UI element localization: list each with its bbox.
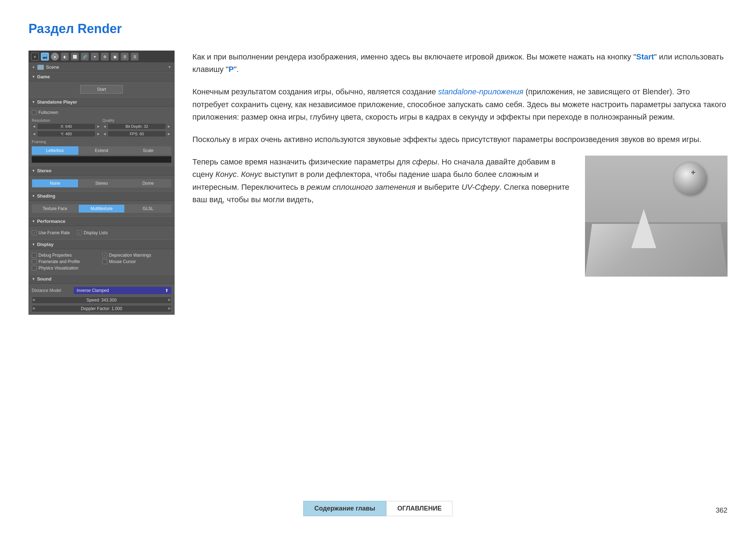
fps-inc-btn[interactable]: ▶ [167, 132, 171, 136]
toolbar-icon-physics[interactable]: ⚙ [101, 53, 109, 61]
toolbar-icon-particles[interactable]: ✦ [91, 53, 99, 61]
use-frame-rate-checkbox[interactable]: ✓ [32, 230, 37, 235]
doppler-field[interactable]: ◀ Doppler Factor: 1.000 ▶ [32, 305, 171, 312]
glsl-btn[interactable]: GLSL [125, 204, 171, 213]
fps-value[interactable]: FPS: 60 [108, 131, 166, 137]
para1-key: P [229, 65, 234, 74]
bd-inc-btn[interactable]: ▶ [167, 124, 171, 129]
use-frame-rate-row: ✓ Use Frame Rate [32, 229, 70, 236]
lower-text: Теперь самое время назначить физические … [192, 156, 574, 277]
triangle-sound: ▼ [32, 277, 35, 281]
stereo-none-btn[interactable]: None [32, 179, 78, 188]
scene-label: Scene [46, 64, 59, 70]
x-inc-btn[interactable]: ▶ [96, 124, 101, 129]
resolution-header: Resolution [32, 117, 101, 123]
para4-sep: . [237, 170, 241, 179]
x-dec-btn[interactable]: ◀ [32, 124, 36, 129]
content-area: ≡ 📷 ● ◐ ⬜ 🔗 ✦ ⚙ ▣ ☰ ☰ ✦ Scene ▼ ▼ [29, 51, 727, 315]
toolbar-icon-object[interactable]: ⬜ [71, 53, 79, 61]
fps-dec-btn[interactable]: ◀ [102, 132, 107, 136]
letterbox-btn[interactable]: Letterbox [32, 146, 78, 155]
para4-italic: сферы [412, 157, 437, 166]
texture-face-btn[interactable]: Texture Face [32, 204, 78, 213]
quality-col: Quality ◀ Bit Depth: 32 ▶ ◀ FPS: 60 ▶ [102, 117, 171, 137]
framing-row: Letterbox Extend Scale [32, 146, 171, 155]
para2-link[interactable]: standalone-приложения [438, 87, 523, 96]
fullscreen-label: Fullscreen [38, 110, 58, 115]
multitexture-btn[interactable]: Multitexture [78, 204, 125, 213]
speed-inc[interactable]: ▶ [168, 298, 171, 302]
toolbar-icon-1[interactable]: ≡ [31, 53, 39, 61]
physics-checkbox[interactable] [32, 266, 37, 271]
doppler-dec[interactable]: ◀ [32, 306, 35, 310]
stereo-dome-btn[interactable]: Dome [125, 179, 171, 188]
section-performance-header[interactable]: ▼ Performance [29, 216, 174, 226]
section-game-title: Game [37, 74, 50, 79]
triangle-game: ▼ [32, 75, 35, 79]
y-dec-btn[interactable]: ◀ [32, 132, 36, 136]
debug-checkbox[interactable] [32, 253, 37, 258]
mouse-cursor-checkbox[interactable] [102, 259, 107, 264]
para2-start: Конечным результатом создания игры, обыч… [192, 87, 438, 96]
triangle-display: ▼ [32, 242, 35, 246]
section-shading-title: Shading [37, 193, 55, 199]
display-grid: Debug Properties ✓ Deprecation Warnings … [32, 251, 171, 272]
y-inc-btn[interactable]: ▶ [96, 132, 101, 136]
extend-btn[interactable]: Extend [78, 146, 125, 155]
section-sound-header[interactable]: ▼ Sound [29, 274, 174, 284]
section-standalone-title: Standalone Player [37, 99, 77, 105]
section-game-header[interactable]: ▼ Game [29, 72, 174, 82]
debug-properties-item: Debug Properties [32, 253, 101, 258]
toolbar-icon-world[interactable]: ◐ [61, 53, 69, 61]
toolbar-icon-render[interactable]: ▣ [111, 53, 119, 61]
display-lists-checkbox[interactable]: ✓ [77, 230, 82, 235]
section-stereo-header[interactable]: ▼ Stereo [29, 166, 174, 176]
toolbar-icon-scene[interactable]: ● [51, 53, 59, 61]
speed-dec[interactable]: ◀ [32, 298, 35, 302]
para1-text: Как и при выполнении рендера изображения… [192, 52, 636, 61]
sky-bg [585, 156, 727, 222]
x-value[interactable]: X: 640 [37, 123, 95, 130]
scale-btn[interactable]: Scale [125, 146, 171, 155]
floor-plane [585, 224, 727, 277]
framerate-label: Framerate and Profile [38, 259, 80, 264]
use-frame-rate-label: Use Frame Rate [38, 230, 70, 235]
bit-depth-value[interactable]: Bit Depth: 32 [108, 123, 166, 130]
stereo-stereo-btn[interactable]: Stereo [78, 179, 125, 188]
section-stereo-title: Stereo [37, 168, 51, 173]
fullscreen-checkbox[interactable] [32, 110, 37, 115]
x-field-row: ◀ X: 640 ▶ [32, 123, 101, 130]
index-button[interactable]: ОГЛАВЛЕНИЕ [386, 501, 453, 516]
toolbar-icon-extra1[interactable]: ☰ [121, 53, 129, 61]
framerate-checkbox[interactable] [32, 259, 37, 264]
y-value[interactable]: Y: 480 [37, 131, 95, 137]
bd-dec-btn[interactable]: ◀ [102, 124, 107, 129]
section-game-content: Start [29, 82, 174, 97]
section-standalone-header[interactable]: ▼ Standalone Player [29, 97, 174, 107]
speed-field[interactable]: ◀ Speed: 343.300 ▶ [32, 297, 171, 304]
section-sound-title: Sound [37, 276, 51, 282]
debug-label: Debug Properties [38, 253, 72, 258]
para4-start: Теперь самое время назначить физические … [192, 157, 412, 166]
start-button[interactable]: Start [80, 85, 123, 94]
toolbar-icon-camera[interactable]: 📷 [41, 53, 49, 61]
para4-end2: и выберите [415, 183, 461, 192]
section-shading-header[interactable]: ▼ Shading [29, 191, 174, 201]
section-performance-title: Performance [37, 219, 65, 224]
toolbar-icon-extra2[interactable]: ☰ [131, 53, 139, 61]
contents-button[interactable]: Содержание главы [303, 501, 386, 516]
deprecation-checkbox[interactable]: ✓ [102, 253, 107, 258]
section-shading-content: Texture Face Multitexture GLSL [29, 201, 174, 216]
text-area: Как и при выполнении рендера изображения… [192, 51, 727, 277]
3d-render-image: + [585, 156, 727, 277]
distance-model-dropdown[interactable]: Inverse Clamped ⬆ [74, 287, 171, 294]
scene-row: ✦ Scene ▼ [29, 63, 174, 72]
y-field-row: ◀ Y: 480 ▶ [32, 131, 101, 137]
triangle-shading: ▼ [32, 194, 35, 198]
3d-scene: + [585, 156, 727, 277]
section-display-header[interactable]: ▼ Display [29, 240, 174, 249]
toolbar-icon-constraints[interactable]: 🔗 [81, 53, 89, 61]
doppler-inc[interactable]: ▶ [168, 306, 171, 310]
fullscreen-row: Fullscreen [32, 109, 171, 116]
para4-italic3: Конус [241, 170, 262, 179]
